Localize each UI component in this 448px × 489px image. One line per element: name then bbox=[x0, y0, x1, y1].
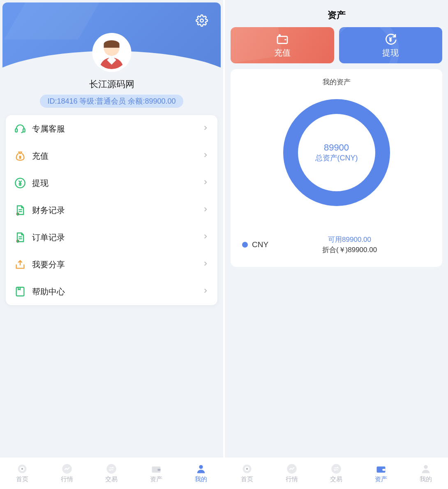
chevron-right-icon bbox=[202, 260, 209, 269]
svg-point-24 bbox=[246, 468, 248, 470]
book-icon bbox=[14, 285, 26, 298]
bottom-nav-right: 首页 行情 交易 资产 我的 bbox=[225, 457, 448, 489]
button-label: 充值 bbox=[274, 47, 291, 58]
user-info-badge: ID:18416 等级:普通会员 余额:89900.00 bbox=[40, 95, 183, 108]
nav-label: 我的 bbox=[195, 475, 207, 483]
nav-trade[interactable]: 交易 bbox=[314, 457, 359, 489]
document-finance-icon: ¥ bbox=[14, 204, 26, 216]
menu-item-customer-service[interactable]: 专属客服 bbox=[14, 115, 209, 142]
menu-label: 充值 bbox=[32, 151, 202, 162]
nav-label: 行情 bbox=[286, 475, 298, 483]
headset-icon bbox=[14, 123, 26, 135]
exchange-icon bbox=[106, 463, 117, 475]
nav-assets[interactable]: 资产 bbox=[134, 457, 179, 489]
chevron-right-icon bbox=[202, 178, 209, 188]
legend-available: 可用89900.00 bbox=[268, 235, 431, 244]
assets-donut-chart: 89900 总资产(CNY) bbox=[283, 99, 390, 206]
username: 长江源码网 bbox=[0, 78, 223, 90]
menu-card: 专属客服 充值 提现 ¥ 财务记录 ¥ 订单记录 我要分享 bbox=[6, 115, 217, 305]
exchange-icon bbox=[330, 463, 342, 475]
person-icon bbox=[195, 463, 207, 475]
nav-label: 资产 bbox=[150, 475, 162, 483]
bottom-nav-left: 首页 行情 交易 资产 我的 bbox=[0, 457, 223, 489]
legend-row[interactable]: CNY 可用89900.00 折合(￥)89900.00 bbox=[231, 231, 442, 263]
svg-text:¥: ¥ bbox=[17, 213, 18, 216]
nav-trade[interactable]: 交易 bbox=[89, 457, 134, 489]
nav-label: 首页 bbox=[241, 475, 253, 483]
yen-refresh-icon bbox=[384, 32, 397, 46]
wallet-plus-icon bbox=[276, 32, 289, 46]
recharge-button[interactable]: 充值 bbox=[231, 27, 334, 63]
nav-market[interactable]: 行情 bbox=[45, 457, 90, 489]
svg-point-17 bbox=[107, 464, 116, 473]
profile-screen: 长江源码网 ID:18416 等级:普通会员 余额:89900.00 专属客服 … bbox=[0, 0, 223, 489]
person-icon bbox=[420, 463, 432, 475]
svg-point-26 bbox=[332, 464, 341, 473]
svg-text:¥: ¥ bbox=[17, 241, 18, 243]
chevron-right-icon bbox=[202, 206, 209, 215]
legend-equivalent: 折合(￥)89900.00 bbox=[268, 245, 431, 255]
menu-label: 财务记录 bbox=[32, 205, 202, 216]
avatar[interactable] bbox=[92, 33, 131, 72]
menu-label: 专属客服 bbox=[32, 123, 202, 134]
page-title: 资产 bbox=[225, 0, 448, 27]
trend-icon bbox=[286, 463, 298, 475]
nav-home[interactable]: 首页 bbox=[225, 457, 270, 489]
nav-label: 行情 bbox=[61, 475, 73, 483]
yen-circle-icon bbox=[14, 177, 26, 189]
trend-icon bbox=[61, 463, 73, 475]
nav-label: 资产 bbox=[375, 475, 387, 483]
target-icon bbox=[241, 463, 253, 475]
assets-card: 我的资产 89900 总资产(CNY) CNY 可用89900.00 折合(￥)… bbox=[231, 69, 442, 267]
document-order-icon: ¥ bbox=[14, 231, 26, 243]
svg-point-0 bbox=[200, 19, 203, 22]
nav-market[interactable]: 行情 bbox=[270, 457, 314, 489]
moneybag-icon bbox=[14, 150, 26, 162]
button-label: 提现 bbox=[382, 47, 399, 58]
svg-point-15 bbox=[21, 468, 23, 470]
assets-screen: 资产 充值 提现 我的资产 89900 总资产(CNY) CNY 可用89900… bbox=[225, 0, 448, 489]
settings-button[interactable] bbox=[195, 14, 208, 27]
nav-label: 首页 bbox=[16, 475, 28, 483]
menu-item-recharge[interactable]: 充值 bbox=[14, 142, 209, 169]
menu-label: 帮助中心 bbox=[32, 286, 202, 297]
svg-rect-1 bbox=[15, 129, 17, 132]
svg-rect-28 bbox=[383, 469, 386, 471]
menu-item-withdraw[interactable]: 提现 bbox=[14, 169, 209, 197]
chevron-right-icon bbox=[202, 151, 209, 160]
chevron-right-icon bbox=[202, 287, 209, 296]
legend-dot-icon bbox=[242, 242, 248, 248]
nav-assets[interactable]: 资产 bbox=[359, 457, 404, 489]
action-buttons-row: 充值 提现 bbox=[225, 27, 448, 63]
svg-point-20 bbox=[199, 465, 203, 469]
menu-item-share[interactable]: 我要分享 bbox=[14, 251, 209, 278]
nav-label: 交易 bbox=[105, 475, 118, 483]
share-icon bbox=[14, 258, 26, 271]
menu-item-help[interactable]: 帮助中心 bbox=[14, 278, 209, 305]
chevron-right-icon bbox=[202, 124, 209, 133]
wallet-icon bbox=[375, 463, 387, 475]
nav-profile[interactable]: 我的 bbox=[178, 457, 223, 489]
target-icon bbox=[16, 463, 28, 475]
wallet-icon bbox=[150, 463, 162, 475]
menu-item-finance-records[interactable]: ¥ 财务记录 bbox=[14, 197, 209, 224]
svg-rect-2 bbox=[23, 129, 25, 132]
nav-profile[interactable]: 我的 bbox=[403, 457, 448, 489]
svg-rect-19 bbox=[158, 469, 161, 471]
donut-center: 89900 总资产(CNY) bbox=[315, 142, 358, 163]
withdraw-button[interactable]: 提现 bbox=[339, 27, 443, 63]
nav-label: 交易 bbox=[330, 475, 342, 483]
menu-label: 提现 bbox=[32, 178, 202, 189]
menu-item-order-records[interactable]: ¥ 订单记录 bbox=[14, 224, 209, 251]
chevron-right-icon bbox=[202, 233, 209, 242]
nav-home[interactable]: 首页 bbox=[0, 457, 45, 489]
donut-label: 总资产(CNY) bbox=[315, 153, 358, 163]
menu-label: 我要分享 bbox=[32, 259, 202, 270]
legend-values: 可用89900.00 折合(￥)89900.00 bbox=[268, 235, 431, 255]
svg-point-29 bbox=[424, 465, 427, 469]
assets-title: 我的资产 bbox=[231, 77, 442, 87]
gear-icon bbox=[196, 14, 208, 27]
nav-label: 我的 bbox=[420, 475, 432, 483]
donut-value: 89900 bbox=[315, 142, 358, 153]
legend-currency: CNY bbox=[252, 240, 268, 249]
